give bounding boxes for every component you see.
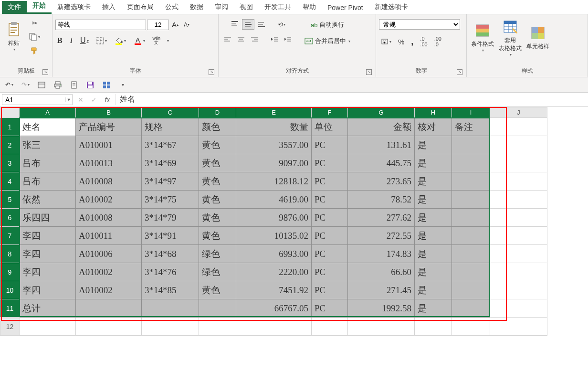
cell[interactable]: 黄色 bbox=[199, 209, 236, 227]
cell[interactable]: 备注 bbox=[452, 118, 490, 136]
cell[interactable]: 是 bbox=[415, 263, 452, 281]
fill-color-button[interactable]: ▾ bbox=[113, 35, 128, 46]
decrease-decimal-button[interactable]: .00.0 bbox=[432, 34, 443, 49]
cell[interactable]: 颜色 bbox=[199, 118, 236, 136]
col-header-B[interactable]: B bbox=[76, 107, 142, 118]
merge-center-button[interactable]: 合并后居中 ▾ bbox=[303, 35, 352, 47]
select-all-corner[interactable] bbox=[0, 107, 20, 118]
row-header[interactable]: 10 bbox=[0, 281, 20, 299]
qat-btn-2[interactable] bbox=[52, 79, 64, 91]
cell[interactable]: 单位 bbox=[312, 118, 348, 136]
cell[interactable]: 乐四四 bbox=[20, 209, 76, 227]
cell[interactable]: 3*14*68 bbox=[142, 245, 199, 263]
cell[interactable] bbox=[490, 263, 547, 281]
cell[interactable] bbox=[490, 172, 547, 191]
cell[interactable]: 3557.00 bbox=[236, 136, 312, 154]
cell[interactable]: 3*14*85 bbox=[142, 281, 199, 299]
align-bottom-button[interactable] bbox=[255, 19, 268, 30]
cell[interactable] bbox=[76, 318, 142, 336]
row-header[interactable]: 12 bbox=[0, 318, 20, 336]
row-header[interactable]: 7 bbox=[0, 227, 20, 245]
dialog-launcher-icon[interactable]: ↘ bbox=[42, 69, 48, 75]
cell[interactable]: 3*14*69 bbox=[142, 154, 199, 172]
cell[interactable] bbox=[199, 299, 236, 318]
cell[interactable]: 黄色 bbox=[199, 227, 236, 245]
cell[interactable]: 是 bbox=[415, 154, 452, 172]
cell[interactable]: 李四 bbox=[20, 227, 76, 245]
cell[interactable]: 李四 bbox=[20, 263, 76, 281]
cell[interactable]: 10135.02 bbox=[236, 227, 312, 245]
cell[interactable]: 131.61 bbox=[348, 136, 415, 154]
cell[interactable]: 总计 bbox=[20, 299, 76, 318]
cell[interactable] bbox=[452, 209, 490, 227]
cell[interactable]: 依然 bbox=[20, 191, 76, 209]
cell[interactable]: 黄色 bbox=[199, 154, 236, 172]
cell[interactable]: 姓名 bbox=[20, 118, 76, 136]
col-header-G[interactable]: G bbox=[348, 107, 415, 118]
qat-more-button[interactable]: ▾ bbox=[116, 79, 129, 91]
cell[interactable] bbox=[142, 318, 199, 336]
cell[interactable] bbox=[452, 154, 490, 172]
cell[interactable]: A010002 bbox=[76, 191, 142, 209]
cell[interactable] bbox=[490, 318, 547, 336]
cell-styles-button[interactable]: 单元格样 bbox=[525, 17, 551, 58]
cell[interactable]: 吕布 bbox=[20, 172, 76, 191]
row-header[interactable]: 9 bbox=[0, 263, 20, 281]
tab-页面布局[interactable]: 页面布局 bbox=[121, 1, 159, 14]
cell[interactable] bbox=[452, 263, 490, 281]
cell[interactable]: 3*14*91 bbox=[142, 227, 199, 245]
cell[interactable] bbox=[312, 318, 348, 336]
cell[interactable] bbox=[452, 172, 490, 191]
cell[interactable]: 产品编号 bbox=[76, 118, 142, 136]
cell[interactable]: 是 bbox=[415, 209, 452, 227]
row-header[interactable]: 3 bbox=[0, 154, 20, 172]
cell[interactable]: 3*14*67 bbox=[142, 136, 199, 154]
cell[interactable]: A010006 bbox=[76, 245, 142, 263]
accounting-format-button[interactable]: ¥▾ bbox=[379, 36, 393, 47]
cut-button[interactable]: ✂ bbox=[30, 18, 39, 28]
tab-帮助[interactable]: 帮助 bbox=[297, 1, 322, 14]
cell[interactable]: PC bbox=[312, 227, 348, 245]
cell[interactable]: 李四 bbox=[20, 281, 76, 299]
cell[interactable]: A010002 bbox=[76, 263, 142, 281]
cell[interactable]: 张三 bbox=[20, 136, 76, 154]
undo-button[interactable]: ↶▾ bbox=[3, 79, 15, 91]
cell[interactable]: 核对 bbox=[415, 118, 452, 136]
cell[interactable] bbox=[452, 227, 490, 245]
phonetic-button[interactable]: wén 文 bbox=[151, 35, 163, 46]
cell[interactable]: A010011 bbox=[76, 227, 142, 245]
copy-button[interactable]: ▾ bbox=[27, 31, 42, 42]
cell[interactable]: A010002 bbox=[76, 281, 142, 299]
qat-btn-1[interactable] bbox=[35, 79, 48, 91]
cell[interactable]: 李四 bbox=[20, 245, 76, 263]
cell[interactable] bbox=[490, 299, 547, 318]
dialog-launcher-icon[interactable]: ↘ bbox=[209, 69, 214, 75]
row-header[interactable]: 5 bbox=[0, 191, 20, 209]
increase-indent-button[interactable] bbox=[282, 34, 294, 44]
cell[interactable] bbox=[452, 281, 490, 299]
row-header[interactable]: 8 bbox=[0, 245, 20, 263]
underline-button[interactable]: U▾ bbox=[78, 35, 91, 46]
italic-button[interactable]: I bbox=[68, 35, 74, 46]
conditional-format-button[interactable]: 条件格式▾ bbox=[470, 17, 495, 58]
cell[interactable]: 277.62 bbox=[348, 209, 415, 227]
tab-视图[interactable]: 视图 bbox=[234, 1, 259, 14]
cell[interactable]: 3*14*75 bbox=[142, 191, 199, 209]
comma-button[interactable]: , bbox=[409, 35, 415, 48]
align-right-button[interactable] bbox=[248, 34, 261, 44]
confirm-formula-button[interactable]: ✓ bbox=[88, 96, 100, 104]
increase-font-button[interactable]: A▴ bbox=[170, 19, 181, 30]
cell[interactable]: 3*14*79 bbox=[142, 209, 199, 227]
cell[interactable] bbox=[452, 136, 490, 154]
align-top-button[interactable] bbox=[229, 19, 241, 30]
cell[interactable] bbox=[199, 318, 236, 336]
cell[interactable]: 绿色 bbox=[199, 263, 236, 281]
qat-btn-3[interactable] bbox=[68, 79, 80, 91]
number-format-select[interactable]: 常规 bbox=[379, 19, 460, 30]
cell[interactable]: 是 bbox=[415, 281, 452, 299]
orientation-button[interactable]: ⟲▾ bbox=[275, 20, 287, 30]
border-button[interactable]: ▾ bbox=[94, 35, 109, 46]
cell[interactable]: 78.52 bbox=[348, 191, 415, 209]
cell[interactable]: A010008 bbox=[76, 209, 142, 227]
cell[interactable] bbox=[490, 227, 547, 245]
